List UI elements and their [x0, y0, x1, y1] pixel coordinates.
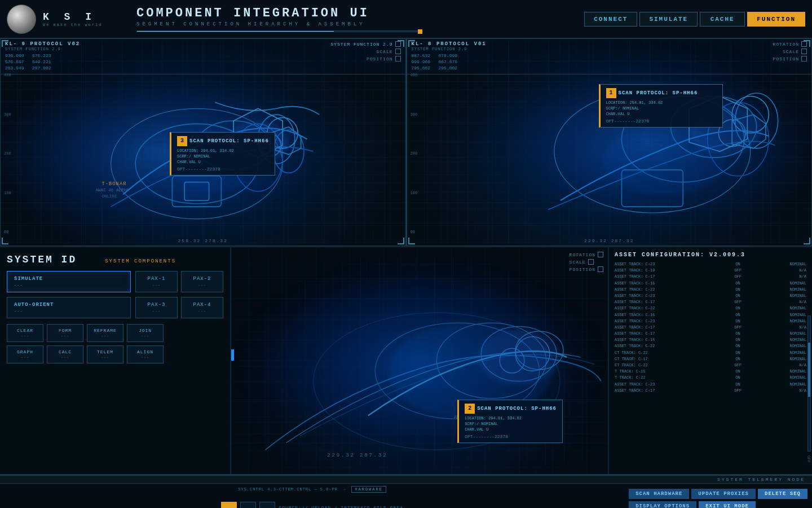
asset-track-label: CT TRACK: C-17: [615, 356, 724, 362]
center-rotation-label: ROTATION: [570, 252, 595, 257]
svg-text:229.32   287.32: 229.32 287.32: [327, 452, 387, 458]
asset-table-row: ASSET TRACK: C-23ONNOMINAL: [615, 293, 806, 299]
center-rotation-ctrl: ROTATION: [570, 252, 603, 257]
scan-hardware-btn[interactable]: SCAN HARDWARE: [629, 489, 689, 499]
asset-track-label: ASSET TRACK: C-17: [615, 299, 724, 305]
top-panels: KL- 9 PROTOCOL V02 SYSTEM FUNCTION 2.9 9…: [0, 38, 812, 247]
graph-btn[interactable]: GRAPH ---: [7, 345, 43, 364]
asset-value: N/A: [752, 299, 806, 305]
simulate-button[interactable]: SIMULATE: [639, 12, 698, 27]
footer-sys-info: SYS.CNTRL 4.3-CTTEM.CNTRL — 5.6-PR: [238, 487, 338, 492]
asset-value: N/A: [752, 362, 806, 369]
cache-button[interactable]: CACHE: [700, 12, 745, 27]
center-scale-ctrl: SCALE: [570, 259, 603, 265]
form-btn[interactable]: FORM ---: [47, 324, 83, 342]
right-coords: 229.32 287.32: [584, 238, 634, 243]
system-id-title: SYSTEM ID: [7, 254, 77, 265]
auto-orient-btn[interactable]: AUTO-ORIENT ---: [7, 297, 131, 318]
header-progress-dot: [418, 29, 422, 34]
left-scan-title: SCAN PROTOCOL: SP-HH66: [189, 138, 269, 144]
footer-icon-2[interactable]: [240, 502, 256, 508]
asset-scrollbar[interactable]: [807, 316, 811, 452]
asset-value: NOMINAL: [752, 343, 806, 349]
pax2-btn[interactable]: PAX-2 ---: [181, 271, 223, 292]
app-title: COMPONENT INTEGRATION UI: [136, 6, 584, 20]
asset-config-panel: ASSET CONFIGURATION: V2.009.3 ASSET TRAC…: [609, 247, 812, 474]
function-button[interactable]: FUNCTION: [747, 12, 805, 27]
asset-status: OFF: [724, 274, 752, 280]
center-rotation-checkbox[interactable]: [598, 252, 603, 257]
asset-table-row: ASSET TRACK: C-15ONNOMINAL: [615, 312, 806, 318]
exit-ui-mode-btn[interactable]: EXIT UI MODE: [699, 501, 756, 509]
asset-table-row: ASSET TRACK: C-22ONNOMINAL: [615, 287, 806, 293]
asset-track-label: ET TRACK: C-22: [615, 362, 724, 369]
scrollbar-thumb: [808, 343, 810, 397]
pax4-btn[interactable]: PAX-4 ---: [181, 297, 223, 318]
logo-text: K S I We make the world: [43, 11, 102, 27]
right-scan-location: LOCATION: 294.01, 334.02: [606, 100, 717, 105]
header: K S I We make the world COMPONENT INTEGR…: [0, 0, 812, 38]
asset-status: ON: [724, 369, 752, 375]
asset-status: ON: [724, 312, 752, 318]
system-id-header: SYSTEM ID SYSTEM COMPONENTS: [7, 254, 223, 265]
footer-icon-1[interactable]: [221, 502, 237, 508]
clear-btn[interactable]: CLEAR ---: [7, 324, 43, 342]
asset-track-label: ASSET TRACK: C-15: [615, 337, 724, 343]
asset-table-row: ASSET TRACK: C-17OFFN/A: [615, 325, 806, 331]
delete-seq-btn[interactable]: DELETE SEQ: [758, 489, 807, 499]
asset-value: N/A: [752, 268, 806, 274]
asset-value: NOMINAL: [752, 375, 806, 381]
reframe-btn[interactable]: REFRAME ---: [87, 324, 123, 342]
right-scan-title: SCAN PROTOCOL: SP-HH66: [619, 90, 698, 96]
calc-btn[interactable]: CALC ---: [47, 345, 83, 364]
asset-track-label: ASSET TRACK: C-22: [615, 287, 724, 293]
join-btn[interactable]: JOIN ---: [127, 324, 164, 342]
asset-table-row: ASSET TRACK: C-23ONNOMINAL: [615, 382, 806, 388]
asset-track-label: ASSET TRACK: C-19: [615, 268, 724, 274]
right-scan-badge: 1: [606, 88, 616, 98]
asset-value: NOMINAL: [752, 356, 806, 362]
right-scan-scrp: SCRP:/ NOMINAL: [606, 106, 717, 111]
asset-table-row: ASSET TRACK: C-15ONNOMINAL: [615, 337, 806, 343]
asset-status: ON: [724, 293, 752, 299]
asset-status: OFF: [724, 362, 752, 369]
update-proxies-btn[interactable]: UPDATE PROXIES: [691, 489, 756, 499]
simulate-btn[interactable]: SIMULATE ---: [7, 271, 131, 292]
asset-value: N/A: [752, 388, 806, 394]
right-scan-char: CHAR.VAL U: [606, 112, 717, 116]
center-position-checkbox[interactable]: [598, 266, 603, 272]
asset-status: ON: [724, 382, 752, 388]
center-scale-checkbox[interactable]: [588, 259, 594, 265]
left-scan-location: LOCATION: 294.01, 334.02: [177, 148, 269, 153]
asset-value: NOMINAL: [752, 293, 806, 299]
svg-text:ONLINE: ONLINE: [102, 194, 117, 199]
app-subtitle: SEGMENT CONNECTION HIERARCHY & ASSEMBLY: [136, 21, 584, 27]
left-coords: 258.32 278.32: [178, 238, 228, 243]
asset-table-row: ASSET TRACK: C-17ONNOMINAL: [615, 331, 806, 337]
asset-table-row: CT TRACK: C-17ONNOMINAL: [615, 356, 806, 362]
align-btn[interactable]: ALIGN ---: [127, 345, 164, 364]
left-scan-code: OPT--------22378: [177, 167, 269, 172]
display-options-btn[interactable]: DISPLAY OPTIONS: [629, 501, 696, 509]
footer-icon-3[interactable]: [259, 502, 275, 508]
asset-table-row: CT TRACK: C-22ONNOMINAL: [615, 350, 806, 356]
header-title-area: COMPONENT INTEGRATION UI SEGMENT CONNECT…: [125, 6, 584, 32]
telem-btn[interactable]: TELEM ---: [87, 345, 123, 364]
asset-value: NOMINAL: [752, 287, 806, 293]
center-scan-location: LOCATION: 294.01, 334.02: [465, 416, 557, 421]
asset-value: NOMINAL: [752, 281, 806, 287]
center-scan-badge: 2: [465, 404, 475, 414]
logo-area: K S I We make the world: [7, 5, 125, 34]
system-id-panel: SYSTEM ID SYSTEM COMPONENTS SIMULATE ---…: [0, 247, 231, 474]
asset-value: NOMINAL: [752, 318, 806, 325]
right-blueprint-viz: T-BONAR: [407, 39, 812, 246]
asset-track-label: ASSET TRACK: C-23: [615, 318, 724, 325]
right-panel: KL- 8 PROTOCOL V01 SYSTEM FUNCTION 2.9 8…: [406, 38, 813, 246]
pax1-btn[interactable]: PAX-1 ---: [135, 271, 178, 292]
asset-track-label: ASSET TRACK: C-22: [615, 305, 724, 312]
center-viz-panel: T-BONAR AWAC 46 ALPHA ONLINE 229.32 287.…: [231, 247, 609, 474]
pax3-btn[interactable]: PAX-3 ---: [135, 297, 178, 318]
footer-source: SOURCE:// UPLOAD / INTERFACE_FILE.6854: [279, 505, 403, 509]
connect-button[interactable]: CONNECT: [584, 12, 637, 27]
center-scan-scrp: SCRP:/ NOMINAL: [465, 422, 557, 426]
